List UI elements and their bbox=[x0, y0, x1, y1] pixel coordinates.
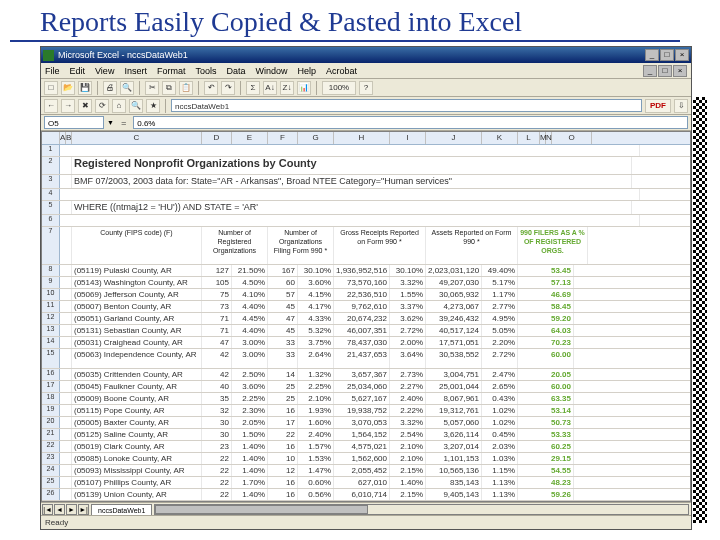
row-number[interactable]: 19 bbox=[42, 405, 60, 416]
doc-minimize-button[interactable]: _ bbox=[643, 65, 657, 77]
row-number[interactable]: 12 bbox=[42, 313, 60, 324]
col-header[interactable]: E bbox=[232, 132, 268, 144]
forward-icon[interactable]: → bbox=[61, 99, 75, 113]
row-number[interactable]: 2 bbox=[42, 157, 60, 174]
back-icon[interactable]: ← bbox=[44, 99, 58, 113]
row-number[interactable]: 14 bbox=[42, 337, 60, 348]
pct-value: 63.35 bbox=[518, 393, 574, 404]
formula-input[interactable]: 0.6% bbox=[133, 116, 688, 129]
row-number[interactable]: 4 bbox=[42, 189, 60, 200]
menu-file[interactable]: File bbox=[45, 66, 60, 76]
menu-format[interactable]: Format bbox=[157, 66, 186, 76]
name-box[interactable]: O5 bbox=[44, 116, 104, 129]
row-number[interactable]: 1 bbox=[42, 145, 60, 156]
close-button[interactable]: × bbox=[675, 49, 689, 61]
row-number[interactable]: 22 bbox=[42, 441, 60, 452]
row-number[interactable]: 8 bbox=[42, 265, 60, 276]
col-header[interactable]: G bbox=[298, 132, 334, 144]
row-number[interactable]: 24 bbox=[42, 465, 60, 476]
row-number[interactable]: 5 bbox=[42, 201, 60, 214]
row-number[interactable]: 16 bbox=[42, 369, 60, 380]
cell: 4.33% bbox=[298, 313, 334, 324]
cut-icon[interactable]: ✂ bbox=[145, 81, 159, 95]
sort-asc-icon[interactable]: A↓ bbox=[263, 81, 277, 95]
menu-insert[interactable]: Insert bbox=[124, 66, 147, 76]
hscroll-thumb[interactable] bbox=[155, 505, 368, 514]
open-icon[interactable]: 📂 bbox=[61, 81, 75, 95]
preview-icon[interactable]: 🔍 bbox=[120, 81, 134, 95]
pdf-convert-icon[interactable]: ⇩ bbox=[674, 99, 688, 113]
stop-icon[interactable]: ✖ bbox=[78, 99, 92, 113]
menu-edit[interactable]: Edit bbox=[70, 66, 86, 76]
col-header[interactable]: L bbox=[518, 132, 540, 144]
minimize-button[interactable]: _ bbox=[645, 49, 659, 61]
row-number[interactable]: 3 bbox=[42, 175, 60, 188]
county-name: (05051) Garland County, AR bbox=[72, 313, 202, 324]
copy-icon[interactable]: ⧉ bbox=[162, 81, 176, 95]
undo-icon[interactable]: ↶ bbox=[204, 81, 218, 95]
row-number[interactable]: 15 bbox=[42, 349, 60, 368]
row-number[interactable]: 6 bbox=[42, 215, 60, 226]
col-header[interactable]: J bbox=[426, 132, 482, 144]
col-header[interactable]: F bbox=[268, 132, 298, 144]
cell bbox=[60, 145, 640, 156]
row-number[interactable]: 10 bbox=[42, 289, 60, 300]
menu-data[interactable]: Data bbox=[226, 66, 245, 76]
menu-help[interactable]: Help bbox=[297, 66, 316, 76]
tab-nav-first[interactable]: |◄ bbox=[42, 504, 53, 515]
doc-restore-button[interactable]: □ bbox=[658, 65, 672, 77]
county-name: (05031) Craighead County, AR bbox=[72, 337, 202, 348]
home-icon[interactable]: ⌂ bbox=[112, 99, 126, 113]
maximize-button[interactable]: □ bbox=[660, 49, 674, 61]
refresh-icon[interactable]: ⟳ bbox=[95, 99, 109, 113]
col-header[interactable]: O bbox=[552, 132, 592, 144]
cell bbox=[60, 465, 72, 476]
cell: 1.02% bbox=[482, 405, 518, 416]
paste-icon[interactable]: 📋 bbox=[179, 81, 193, 95]
col-header[interactable]: H bbox=[334, 132, 390, 144]
col-header[interactable]: C bbox=[72, 132, 202, 144]
col-header[interactable] bbox=[42, 132, 60, 144]
new-icon[interactable]: □ bbox=[44, 81, 58, 95]
column-headers[interactable]: ABCDEFGHIJKLMNO bbox=[42, 132, 690, 145]
pdf-button[interactable]: PDF bbox=[645, 99, 671, 113]
autosum-icon[interactable]: Σ bbox=[246, 81, 260, 95]
address-box[interactable]: nccsDataWeb1 bbox=[171, 99, 642, 112]
horizontal-scrollbar[interactable] bbox=[154, 504, 689, 515]
zoom-box[interactable]: 100% bbox=[322, 81, 356, 95]
row-number[interactable]: 21 bbox=[42, 429, 60, 440]
row-number[interactable]: 9 bbox=[42, 277, 60, 288]
sheet-tab[interactable]: nccsDataWeb1 bbox=[91, 504, 152, 515]
col-header[interactable]: I bbox=[390, 132, 426, 144]
row-number[interactable]: 20 bbox=[42, 417, 60, 428]
col-header[interactable]: K bbox=[482, 132, 518, 144]
menu-acrobat[interactable]: Acrobat bbox=[326, 66, 357, 76]
sort-desc-icon[interactable]: Z↓ bbox=[280, 81, 294, 95]
row-number[interactable]: 13 bbox=[42, 325, 60, 336]
row-number[interactable]: 25 bbox=[42, 477, 60, 488]
row-number[interactable]: 17 bbox=[42, 381, 60, 392]
tab-nav-last[interactable]: ►| bbox=[78, 504, 89, 515]
menu-view[interactable]: View bbox=[95, 66, 114, 76]
row-number[interactable]: 26 bbox=[42, 489, 60, 500]
tab-nav-next[interactable]: ► bbox=[66, 504, 77, 515]
help-icon[interactable]: ? bbox=[359, 81, 373, 95]
binder-edge bbox=[693, 97, 707, 523]
chart-icon[interactable]: 📊 bbox=[297, 81, 311, 95]
save-icon[interactable]: 💾 bbox=[78, 81, 92, 95]
row-number[interactable]: 7 bbox=[42, 227, 60, 264]
print-icon[interactable]: 🖨 bbox=[103, 81, 117, 95]
row-number[interactable]: 11 bbox=[42, 301, 60, 312]
row-number[interactable]: 23 bbox=[42, 453, 60, 464]
favorites-icon[interactable]: ★ bbox=[146, 99, 160, 113]
namebox-dropdown-icon[interactable]: ▼ bbox=[107, 119, 114, 126]
row-number[interactable]: 18 bbox=[42, 393, 60, 404]
doc-close-button[interactable]: × bbox=[673, 65, 687, 77]
redo-icon[interactable]: ↷ bbox=[221, 81, 235, 95]
menu-window[interactable]: Window bbox=[255, 66, 287, 76]
col-header[interactable]: D bbox=[202, 132, 232, 144]
worksheet-grid[interactable]: ABCDEFGHIJKLMNO 12Registered Nonprofit O… bbox=[41, 131, 691, 502]
menu-tools[interactable]: Tools bbox=[195, 66, 216, 76]
tab-nav-prev[interactable]: ◄ bbox=[54, 504, 65, 515]
search-icon[interactable]: 🔍 bbox=[129, 99, 143, 113]
